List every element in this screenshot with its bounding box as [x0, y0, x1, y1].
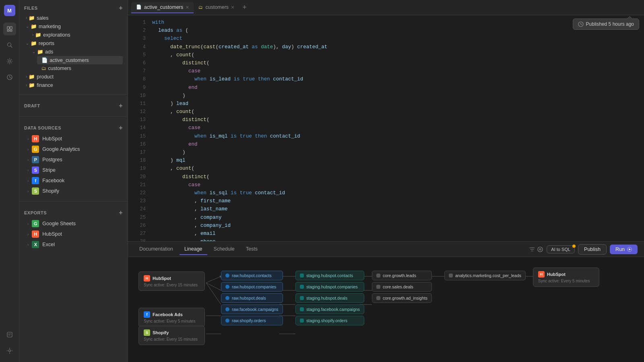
code-line-27: 27 , email [128, 230, 644, 238]
raw-node-deals[interactable]: raw.hubspot.deals [221, 293, 283, 303]
svg-marker-19 [629, 248, 631, 250]
tree-item-ads[interactable]: ⌄ 📁 ads [31, 47, 123, 56]
tree-item-active-customers[interactable]: › 📄 active_customers [37, 56, 123, 64]
folder-sales-icon: 📁 [29, 15, 35, 21]
datasource-shopify[interactable]: › S Shopify [24, 186, 123, 196]
export-excel[interactable]: › X Excel [24, 239, 123, 250]
run-button[interactable]: Run [610, 245, 638, 254]
lineage-area[interactable]: H HubSpot Sync active: Every 15 minutes … [128, 257, 644, 362]
code-editor[interactable]: 1 with 2 leads as ( 3 select 4 date_trun… [128, 15, 644, 241]
tab-lineage[interactable]: Lineage [180, 244, 207, 255]
line-num-21: 21 [134, 181, 146, 189]
datasource-google-analytics[interactable]: › G Google Analytics [24, 144, 123, 154]
user-avatar[interactable]: M [4, 5, 15, 16]
stg-node-shopify-orders[interactable]: staging.shopify.orders [295, 316, 364, 325]
datasource-postgres[interactable]: › P Postgres [24, 154, 123, 165]
publish-button[interactable]: Publish [578, 244, 607, 255]
close-active-customers-btn[interactable]: × [186, 4, 189, 10]
tree-item-finance[interactable]: › 📁 finance [24, 81, 123, 89]
nav-settings-icon[interactable] [3, 55, 16, 68]
svg-rect-1 [10, 27, 12, 29]
line-content-3: select [152, 35, 182, 43]
stg-node-fb-campaigns[interactable]: staging.facebook.campaigns [295, 304, 364, 314]
core-node-deals[interactable]: core.sales.deals [372, 282, 432, 292]
raw-shopify-label: raw.shopify.orders [232, 318, 266, 323]
tab-schedule[interactable]: Schedule [209, 244, 239, 255]
tab-customers[interactable]: 🗂 customers × [194, 2, 239, 13]
code-line-11: 11 ) lead [128, 100, 644, 108]
nav-files-icon[interactable] [3, 23, 16, 35]
stg-node-deals[interactable]: staging.hubspot.deals [295, 293, 364, 303]
settings2-icon[interactable] [537, 246, 543, 253]
core-node-ad-insights[interactable]: core.growth.ad_insights [372, 293, 432, 303]
published-text: Published 5 hours ago [586, 21, 634, 27]
stg-companies-label: staging.hubspot.companies [306, 284, 358, 289]
filter-icon[interactable] [529, 246, 535, 253]
raw-node-shopify-orders[interactable]: raw.shopify.orders [221, 316, 283, 325]
line-content-13: distinct( [152, 116, 210, 124]
tree-item-marketing[interactable]: ⌄ 📁 marketing [24, 22, 123, 31]
ai-sql-btn[interactable]: AI to SQL [547, 245, 575, 253]
tree-item-customers[interactable]: › 🗂 customers [37, 64, 123, 72]
raw-contacts-dot [225, 274, 229, 278]
line-content-7: case [152, 67, 200, 75]
export-google-sheets-label: Google Sheets [42, 221, 76, 226]
raw-node-companies[interactable]: raw.hubspot.companies [221, 282, 283, 292]
line-content-23: , first_name [152, 197, 231, 205]
tree-item-explorations[interactable]: › 📁 explorations [31, 31, 123, 39]
lineage-node-hubspot-src[interactable]: H HubSpot Sync active: Every 15 minutes [138, 272, 205, 291]
draft-section: DRAFT + [19, 98, 128, 113]
datasource-stripe[interactable]: › S Stripe [24, 165, 123, 175]
tree-item-sales[interactable]: › 📁 sales [24, 14, 123, 22]
core-node-leads[interactable]: core.growth.leads [372, 271, 432, 280]
raw-node-fb-campaigns[interactable]: raw.facebook.campaigns [221, 304, 283, 314]
stg-fb-dot [300, 307, 304, 311]
datasource-ga-label: Google Analytics [42, 146, 80, 152]
svg-point-6 [8, 60, 10, 62]
datasource-hubspot[interactable]: › H HubSpot [24, 134, 123, 144]
tree-item-reports[interactable]: ⌄ 📁 reports [24, 39, 123, 47]
datasource-hubspot-label: HubSpot [42, 136, 62, 142]
lineage-node-shopify-src[interactable]: S Shopify Sync active: Every 15 minutes [138, 326, 205, 345]
code-line-4: 4 date_trunc(cast(created_at as date), d… [128, 43, 644, 51]
analytics-node[interactable]: analytics.marketing.cost_per_leads [444, 271, 526, 280]
lineage-node-hubspot-out[interactable]: H HubSpot Sync active: Every 5 minutes [533, 267, 599, 287]
raw-node-contacts[interactable]: raw.hubspot.contacts [221, 271, 283, 280]
add-export-btn[interactable]: + [119, 210, 123, 216]
nav-config-icon[interactable] [3, 344, 16, 357]
exports-label: EXPORTS [24, 210, 47, 215]
datasource-facebook[interactable]: › f Facebook [24, 175, 123, 186]
nav-activity-icon[interactable] [3, 71, 16, 84]
lineage-node-facebook-src[interactable]: f Facebook Ads Sync active: Every 5 minu… [138, 308, 205, 327]
stg-node-contacts[interactable]: staging.hubspot.contacts [295, 271, 364, 280]
tab-documentation[interactable]: Documentation [134, 244, 178, 255]
nav-history-icon[interactable] [3, 328, 16, 341]
add-file-btn[interactable]: + [119, 5, 123, 11]
chevron-finance-icon: › [26, 83, 27, 87]
tab-tests[interactable]: Tests [241, 244, 262, 255]
export-hubspot-label: HubSpot [42, 231, 62, 237]
add-draft-btn[interactable]: + [119, 103, 123, 109]
chevron-export-hubspot-icon: › [27, 232, 29, 237]
stg-node-companies[interactable]: staging.hubspot.companies [295, 282, 364, 292]
tree-label-customers: customers [48, 66, 71, 71]
tree-item-product[interactable]: › 📁 product [24, 72, 123, 81]
data-sources-header: DATA SOURCES + [24, 125, 123, 131]
code-line-5: 5 , count( [128, 51, 644, 59]
close-customers-btn[interactable]: × [231, 4, 234, 10]
ai-dot [572, 245, 576, 248]
export-hubspot[interactable]: › H HubSpot [24, 229, 123, 239]
published-tooltip: Published 5 hours ago [573, 19, 639, 30]
chevron-google-sheets-icon: › [27, 222, 29, 226]
line-num-16: 16 [134, 140, 146, 148]
export-google-sheets[interactable]: › G Google Sheets [24, 218, 123, 229]
svg-rect-2 [7, 30, 9, 31]
svg-point-17 [538, 247, 543, 252]
google-sheets-icon: G [32, 220, 39, 227]
add-tab-btn[interactable]: + [239, 2, 250, 13]
svg-line-20 [206, 276, 221, 283]
tab-active-customers[interactable]: 📄 active_customers × [131, 2, 194, 13]
add-datasource-btn[interactable]: + [119, 125, 123, 131]
nav-explore-icon[interactable] [3, 39, 16, 51]
facebook-icon: f [32, 177, 39, 184]
